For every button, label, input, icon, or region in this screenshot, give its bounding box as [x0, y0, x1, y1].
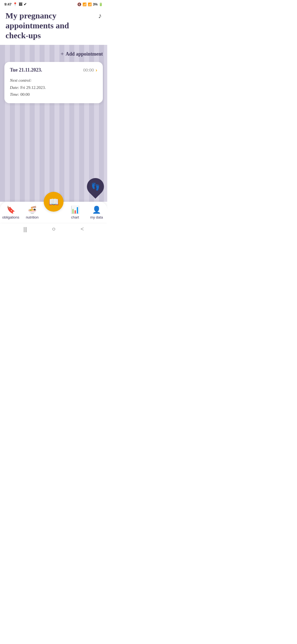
status-left: 9:47 📍 🖼 ✔: [4, 2, 27, 6]
bottom-nav: 📖 🔖 obligations 🍜 nutrition 📊 chart 👤 my…: [0, 202, 107, 223]
next-control-label: Next control:: [10, 77, 97, 84]
add-appointment-button[interactable]: + Add appointment: [61, 50, 103, 58]
obligations-label: obligations: [2, 215, 19, 219]
my-data-icon: 👤: [92, 206, 101, 214]
baby-feet-icon: 👣: [91, 182, 100, 191]
page-title: My pregnancy appointments and check-ups: [6, 11, 88, 40]
card-time-row: 00:00 ›: [83, 67, 97, 73]
add-appointment-label: Add appointment: [65, 51, 103, 57]
battery-percent: 3%: [93, 2, 98, 6]
nav-item-chart[interactable]: 📊 chart: [64, 206, 86, 219]
signal-icon: 📶: [88, 2, 92, 6]
back-button[interactable]: <: [80, 225, 84, 233]
chart-label: chart: [71, 215, 79, 219]
baby-icon-container: 👣: [83, 174, 107, 199]
nav-item-nutrition[interactable]: 🍜 nutrition: [21, 206, 43, 219]
battery-icon: 🔋: [99, 2, 103, 6]
status-bar: 9:47 📍 🖼 ✔ 🔇 📶 📶 3% 🔋: [0, 0, 107, 7]
next-time-row: Time: 00:00: [10, 91, 97, 98]
system-nav: ||| ○ <: [0, 223, 107, 236]
time-label: Time:: [10, 92, 19, 97]
book-icon: 📖: [49, 197, 59, 207]
location-icon: 📍: [13, 2, 17, 6]
floating-baby-button[interactable]: 👣: [87, 178, 104, 197]
card-time: 00:00: [83, 67, 94, 73]
status-right: 🔇 📶 📶 3% 🔋: [77, 2, 103, 6]
card-date: Tue 21.11.2023.: [10, 67, 42, 73]
next-date-row: Date: Fri 29.12.2023.: [10, 84, 97, 91]
date-label: Date:: [10, 85, 19, 90]
mute-icon: 🔇: [77, 2, 81, 6]
date-value: Fri 29.12.2023.: [20, 85, 46, 90]
next-control-text: Next control:: [10, 78, 32, 83]
main-content: + Add appointment Tue 21.11.2023. 00:00 …: [0, 45, 107, 202]
menu-button[interactable]: |||: [23, 225, 27, 233]
wifi-icon: 📶: [82, 2, 87, 6]
status-time: 9:47: [4, 2, 12, 6]
plus-icon: +: [61, 50, 64, 58]
check-icon: ✔: [24, 2, 27, 6]
card-header: Tue 21.11.2023. 00:00 ›: [10, 67, 97, 73]
time-value: 00:00: [20, 92, 30, 97]
card-body: Next control: Date: Fri 29.12.2023. Time…: [10, 77, 97, 98]
photo-icon: 🖼: [19, 2, 22, 6]
music-icon[interactable]: ♪: [98, 12, 102, 20]
nav-item-my-data[interactable]: 👤 my data: [86, 206, 107, 219]
nav-item-obligations[interactable]: 🔖 obligations: [0, 206, 21, 219]
appointment-card[interactable]: Tue 21.11.2023. 00:00 › Next control: Da…: [4, 62, 103, 103]
chart-icon: 📊: [71, 206, 79, 214]
nav-center-active-button[interactable]: 📖: [44, 192, 64, 212]
obligations-icon: 🔖: [6, 206, 15, 214]
nutrition-label: nutrition: [26, 215, 38, 219]
header: My pregnancy appointments and check-ups …: [0, 7, 107, 45]
home-button[interactable]: ○: [52, 225, 56, 233]
my-data-label: my data: [90, 215, 103, 219]
nutrition-icon: 🍜: [28, 206, 37, 214]
chevron-right-icon[interactable]: ›: [95, 67, 97, 73]
